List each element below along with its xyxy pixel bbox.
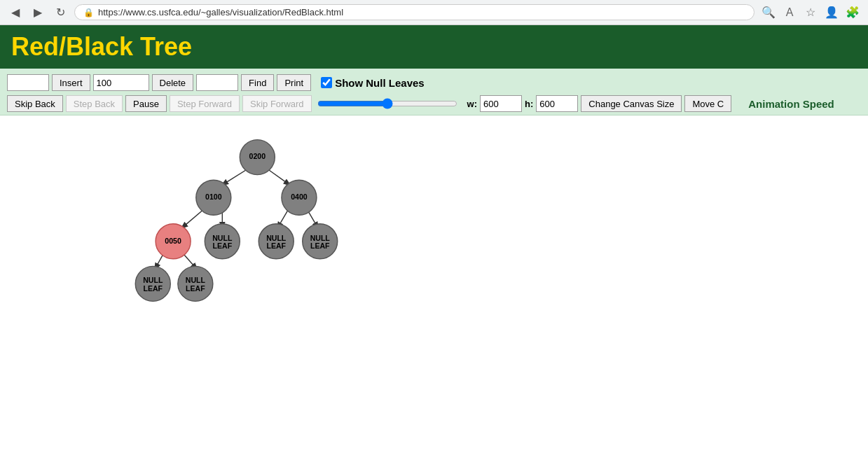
find-button[interactable]: Find [241,74,274,91]
pause-button[interactable]: Pause [125,95,167,112]
canvas-h-input[interactable] [536,95,578,112]
svg-text:0200: 0200 [249,152,266,160]
svg-text:NULL: NULL [310,234,331,242]
svg-line-2 [182,209,205,228]
svg-line-1 [266,168,290,185]
change-canvas-button[interactable]: Change Canvas Size [581,95,682,112]
insert-button[interactable]: Insert [52,74,90,91]
forward-button[interactable]: ▶ [29,4,46,21]
profile-icon[interactable]: 👤 [823,4,840,21]
svg-text:NULL: NULL [186,276,206,284]
svg-text:0100: 0100 [205,192,222,201]
w-label: w: [467,99,477,109]
extensions-icon[interactable]: 🧩 [844,4,861,21]
svg-text:LEAF: LEAF [310,241,330,250]
tree-svg: 0200 0100 0400 0050 NULL LEAF NULL LEAF … [0,115,420,465]
svg-text:LEAF: LEAF [266,241,286,250]
controls-row2: Skip Back Step Back Pause Step Forward S… [7,95,861,112]
show-null-label: Show Null Leaves [321,77,425,89]
step-forward-button: Step Forward [170,95,240,112]
step-back-button: Step Back [66,95,123,112]
controls-area: Insert Delete Find Print Show Null Leave… [0,69,868,115]
animation-speed-slider[interactable] [317,98,457,109]
find-input[interactable] [196,74,238,91]
page-title: Red/Black Tree [11,32,857,62]
print-button[interactable]: Print [277,74,311,91]
delete-input[interactable] [93,74,149,91]
animation-speed-label: Animation Speed [748,98,834,110]
show-null-text: Show Null Leaves [335,77,425,89]
page-header: Red/Black Tree [0,25,868,69]
svg-text:NULL: NULL [143,276,163,284]
font-icon[interactable]: A [781,4,798,21]
skip-back-button[interactable]: Skip Back [7,95,63,112]
insert-input[interactable] [7,74,49,91]
h-label: h: [525,99,533,109]
svg-text:0050: 0050 [165,237,181,245]
zoom-icon[interactable]: 🔍 [760,4,777,21]
browser-icons: 🔍 A ☆ 👤 🧩 [760,4,861,21]
svg-text:NULL: NULL [212,234,233,242]
svg-text:0400: 0400 [291,192,308,201]
bookmark-icon[interactable]: ☆ [802,4,819,21]
browser-chrome: ◀ ▶ ↻ 🔒 https://www.cs.usfca.edu/~galles… [0,0,868,25]
svg-text:LEAF: LEAF [186,284,205,293]
delete-button[interactable]: Delete [152,74,194,91]
canvas-w-input[interactable] [480,95,522,112]
skip-forward-button: Skip Forward [242,95,312,112]
svg-text:LEAF: LEAF [213,241,233,250]
url-text: https://www.cs.usfca.edu/~galles/visuali… [98,7,343,18]
url-bar[interactable]: 🔒 https://www.cs.usfca.edu/~galles/visua… [74,4,755,20]
show-null-checkbox[interactable] [321,77,332,88]
controls-row1: Insert Delete Find Print Show Null Leave… [7,74,861,91]
canvas-area: 0200 0100 0400 0050 NULL LEAF NULL LEAF … [0,115,868,465]
back-button[interactable]: ◀ [7,4,24,21]
refresh-button[interactable]: ↻ [52,4,69,21]
canvas-size-controls: w: h: Change Canvas Size Move C [467,95,732,112]
move-c-button[interactable]: Move C [684,95,731,112]
svg-text:NULL: NULL [266,234,287,242]
svg-text:LEAF: LEAF [143,284,163,293]
